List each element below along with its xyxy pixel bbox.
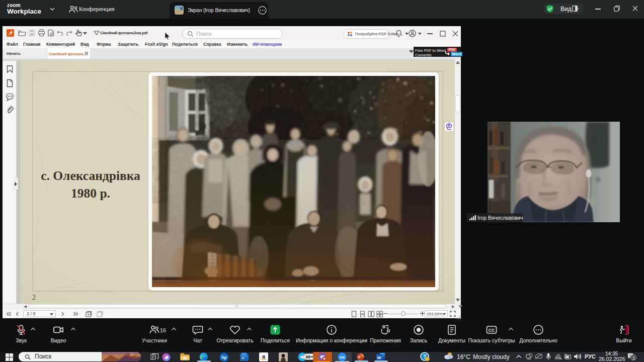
svg-text:CC: CC xyxy=(489,328,495,333)
svg-text:zm: zm xyxy=(340,355,345,359)
svg-text:a: a xyxy=(262,353,266,359)
svg-text:P: P xyxy=(358,355,361,359)
svg-text:W: W xyxy=(377,355,381,360)
svg-text:с. Олександрівка: с. Олександрівка xyxy=(41,168,140,183)
svg-text:1980 р.: 1980 р. xyxy=(71,186,110,201)
svg-text:2: 2 xyxy=(32,294,36,301)
svg-text:hp: hp xyxy=(221,355,226,360)
